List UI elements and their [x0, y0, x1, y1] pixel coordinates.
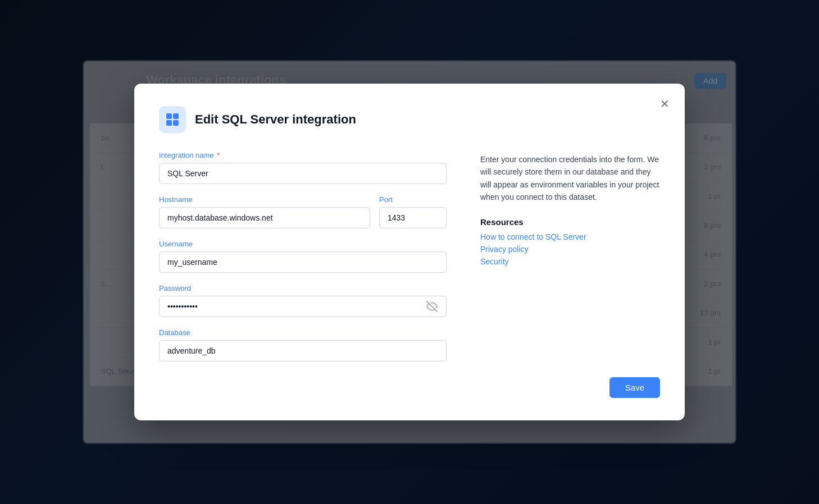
save-button[interactable]: Save	[609, 377, 660, 398]
modal-footer: Save	[159, 377, 660, 398]
modal-title: Edit SQL Server integration	[195, 112, 356, 127]
database-field: Database	[159, 328, 447, 361]
password-field: Password	[159, 284, 447, 317]
modal-overlay: Edit SQL Server integration ✕ Integratio…	[0, 0, 819, 504]
port-label: Port	[379, 195, 447, 204]
form-section: Integration name * Hostname Port	[159, 151, 447, 361]
integration-name-label: Integration name *	[159, 151, 447, 159]
edit-integration-modal: Edit SQL Server integration ✕ Integratio…	[134, 84, 685, 420]
username-input[interactable]	[159, 251, 447, 273]
info-section: Enter your connection credentials into t…	[480, 151, 660, 361]
hostname-field: Hostname	[159, 195, 370, 228]
username-label: Username	[159, 240, 447, 248]
required-indicator: *	[215, 151, 220, 159]
port-field: Port	[379, 195, 447, 228]
integration-name-field: Integration name *	[159, 151, 447, 184]
hostname-label: Hostname	[159, 195, 370, 204]
close-icon: ✕	[660, 97, 670, 111]
sql-server-icon	[159, 106, 186, 133]
close-button[interactable]: ✕	[656, 95, 674, 113]
database-label: Database	[159, 328, 447, 337]
info-description: Enter your connection credentials into t…	[480, 153, 660, 204]
resource-link-sql[interactable]: How to connect to SQL Server	[480, 232, 660, 241]
svg-rect-3	[173, 120, 179, 126]
toggle-password-button[interactable]	[424, 299, 440, 314]
svg-rect-0	[166, 113, 172, 119]
password-input[interactable]	[159, 296, 447, 317]
hostname-port-row: Hostname Port	[159, 195, 447, 228]
resources-title: Resources	[480, 217, 660, 227]
hostname-input[interactable]	[159, 207, 370, 228]
resource-link-privacy[interactable]: Privacy policy	[480, 245, 660, 254]
modal-body: Integration name * Hostname Port	[159, 151, 660, 361]
resource-link-security[interactable]: Security	[480, 257, 660, 266]
port-input[interactable]	[379, 207, 447, 228]
integration-name-input[interactable]	[159, 163, 447, 184]
svg-rect-2	[166, 120, 172, 126]
password-wrapper	[159, 296, 447, 317]
username-field: Username	[159, 240, 447, 273]
svg-rect-1	[173, 113, 179, 119]
eye-slash-icon	[426, 301, 438, 312]
modal-header: Edit SQL Server integration	[159, 106, 660, 133]
database-input[interactable]	[159, 340, 447, 361]
password-label: Password	[159, 284, 447, 292]
